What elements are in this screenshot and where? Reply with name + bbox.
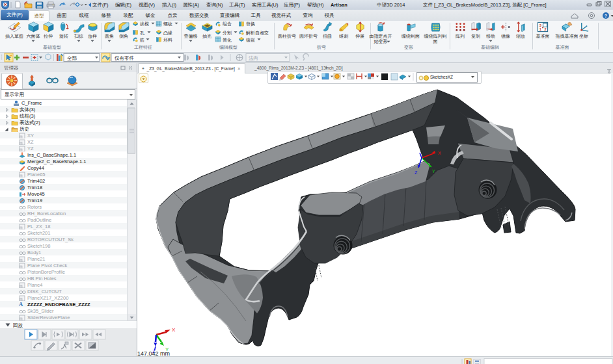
svg-text:解析自相交: 解析自相交	[245, 31, 269, 36]
svg-text:拖拽基准面: 拖拽基准面	[555, 34, 579, 39]
svg-text:全部: 全部	[67, 55, 77, 61]
svg-text:折弯: 折弯	[317, 44, 326, 50]
svg-text:插入草图: 插入草图	[5, 34, 23, 39]
svg-text:镶嵌: 镶嵌	[245, 38, 255, 42]
svg-text:分割: 分割	[222, 31, 232, 35]
svg-text:编辑模型: 编辑模型	[219, 45, 238, 50]
svg-text:坐标: 坐标	[579, 34, 588, 39]
svg-text:凸缘: 凸缘	[163, 31, 172, 35]
svg-text:孔: 孔	[140, 31, 145, 36]
svg-text:圆环折弯: 圆环折弯	[299, 33, 318, 39]
svg-text:Y: Y	[432, 169, 435, 174]
svg-text:圆柱折弯: 圆柱折弯	[278, 33, 296, 39]
svg-text:面: 面	[433, 39, 438, 44]
svg-text:由指定点开: 由指定点开	[370, 34, 392, 39]
svg-text:?: ?	[605, 14, 607, 18]
svg-text:坯料: 坯料	[163, 38, 172, 42]
svg-text:螺纹: 螺纹	[163, 21, 172, 27]
svg-text:基础编辑: 基础编辑	[481, 45, 499, 49]
svg-text:工程特征: 工程特征	[134, 45, 152, 50]
svg-text:基础造型: 基础造型	[43, 45, 61, 50]
svg-text:组合: 组合	[223, 21, 232, 27]
svg-text:147.042 mm: 147.042 mm	[137, 350, 170, 356]
svg-text:抽壳: 抽壳	[202, 34, 211, 39]
svg-text:查偏移: 查偏移	[184, 34, 198, 39]
svg-text:六面体: 六面体	[27, 34, 40, 39]
svg-text:复制: 复制	[471, 34, 480, 39]
svg-text:移动: 移动	[486, 34, 495, 39]
svg-text:变形: 变形	[403, 45, 413, 50]
svg-text:简化: 简化	[223, 38, 232, 43]
svg-text:X: X	[172, 327, 176, 333]
svg-text:扭曲: 扭曲	[323, 34, 332, 39]
svg-text:维刺: 维刺	[339, 34, 348, 39]
svg-text:倒角: 倒角	[119, 34, 128, 39]
svg-text:拉伸: 拉伸	[44, 34, 53, 38]
svg-text:缩放: 缩放	[516, 34, 525, 39]
svg-text:阵列: 阵列	[456, 34, 465, 39]
svg-text:基准面: 基准面	[536, 34, 550, 39]
svg-text:始变形: 始变形	[374, 39, 388, 44]
svg-text:法向: 法向	[249, 55, 258, 61]
svg-text:筋: 筋	[139, 38, 144, 43]
svg-text:旋转: 旋转	[59, 34, 68, 39]
svg-text:扫掠: 扫掠	[74, 34, 83, 39]
svg-text:缠绕到面: 缠绕到面	[401, 33, 420, 39]
svg-text:基准面: 基准面	[556, 45, 569, 50]
svg-text:Z: Z	[415, 170, 418, 175]
svg-text:圆角: 圆角	[105, 34, 114, 39]
svg-text:拔模: 拔模	[140, 21, 149, 27]
svg-text:替换: 替换	[246, 21, 255, 27]
svg-text:镜像: 镜像	[500, 34, 510, 39]
svg-text:缠绕阵列到: 缠绕阵列到	[424, 33, 447, 39]
svg-text:X: X	[438, 151, 441, 155]
svg-text:放样: 放样	[88, 34, 97, 39]
svg-text:伸展: 伸展	[355, 34, 364, 38]
svg-text:仅有零件: 仅有零件	[115, 55, 135, 61]
